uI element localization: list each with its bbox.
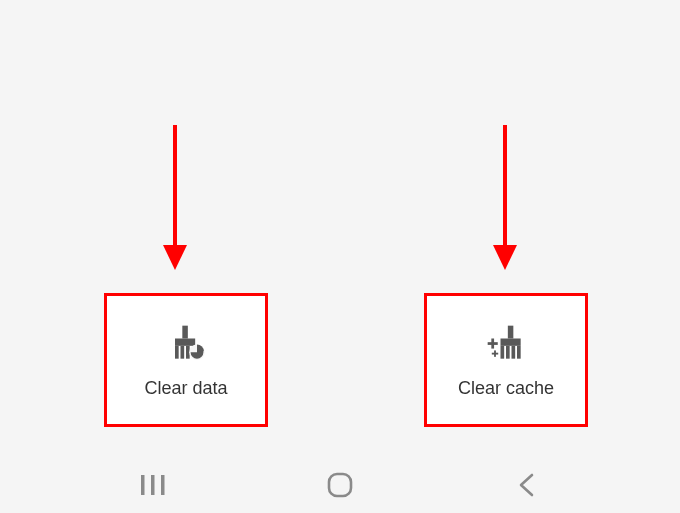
svg-rect-5	[175, 338, 195, 345]
svg-marker-1	[163, 245, 187, 270]
svg-rect-21	[151, 475, 155, 495]
svg-rect-7	[181, 345, 185, 358]
back-icon	[517, 473, 537, 497]
svg-rect-12	[501, 345, 505, 358]
clear-cache-icon	[484, 322, 528, 366]
svg-rect-13	[506, 345, 510, 358]
nav-home-button[interactable]	[310, 465, 370, 505]
home-icon	[327, 472, 353, 498]
svg-rect-6	[175, 345, 179, 358]
nav-back-button[interactable]	[497, 465, 557, 505]
clear-cache-button[interactable]: Clear cache	[427, 296, 585, 424]
clear-cache-label: Clear cache	[458, 378, 554, 399]
svg-rect-15	[517, 345, 521, 358]
annotation-box-clear-data: Clear data	[104, 293, 268, 427]
svg-rect-17	[488, 342, 498, 345]
svg-rect-8	[186, 345, 190, 358]
svg-rect-10	[508, 325, 513, 338]
svg-rect-14	[512, 345, 516, 358]
clear-data-button[interactable]: Clear data	[107, 296, 265, 424]
svg-marker-3	[493, 245, 517, 270]
svg-rect-23	[329, 474, 351, 496]
annotation-box-clear-cache: Clear cache	[424, 293, 588, 427]
nav-recents-button[interactable]	[123, 465, 183, 505]
android-nav-bar	[0, 457, 680, 513]
svg-rect-11	[501, 338, 521, 345]
recents-icon	[139, 474, 167, 496]
annotation-arrow-right	[490, 125, 520, 270]
svg-rect-20	[141, 475, 145, 495]
clear-data-icon	[164, 322, 208, 366]
svg-rect-22	[161, 475, 165, 495]
clear-data-label: Clear data	[144, 378, 227, 399]
svg-rect-4	[182, 325, 188, 338]
annotation-arrow-left	[160, 125, 190, 270]
svg-rect-19	[492, 352, 498, 354]
